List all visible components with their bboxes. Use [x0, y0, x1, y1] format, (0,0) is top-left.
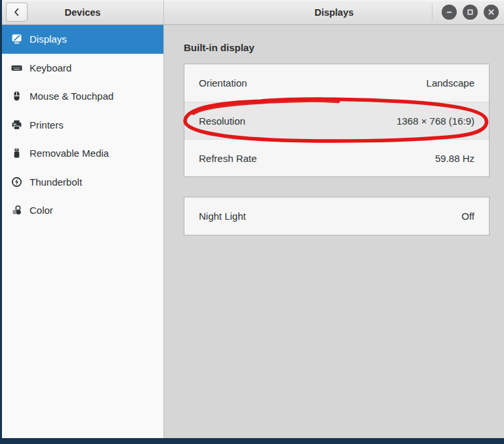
headerbar-main-section: Displays — [164, 0, 504, 24]
night-light-card: Night Light Off — [184, 197, 490, 235]
night-light-row[interactable]: Night Light Off — [184, 197, 489, 235]
sidebar-item-label: Displays — [30, 33, 67, 45]
window-controls-separator — [432, 4, 432, 21]
settings-window: Devices Displays — [2, 0, 504, 438]
printer-icon — [11, 119, 22, 131]
orientation-value: Landscape — [427, 77, 474, 89]
headerbar-sidebar-section: Devices — [2, 0, 164, 24]
night-light-value: Off — [461, 211, 474, 222]
back-button[interactable] — [6, 3, 28, 22]
sidebar-item-displays[interactable]: Displays — [2, 25, 163, 54]
sidebar-item-removable-media[interactable]: Removable Media — [2, 139, 163, 168]
sidebar-item-keyboard[interactable]: Keyboard — [2, 54, 163, 83]
section-title: Built-in display — [184, 42, 490, 53]
refresh-rate-label: Refresh Rate — [199, 153, 257, 164]
sidebar-item-label: Removable Media — [30, 148, 109, 159]
back-chevron-icon — [11, 7, 22, 18]
displays-panel: Built-in display Orientation Landscape R… — [164, 25, 504, 438]
sidebar-item-thunderbolt[interactable]: Thunderbolt — [2, 168, 163, 197]
orientation-label: Orientation — [199, 77, 247, 89]
maximize-icon — [465, 7, 475, 17]
resolution-row[interactable]: Resolution 1368 × 768 (16:9) — [184, 102, 489, 139]
usb-drive-icon — [11, 148, 22, 159]
refresh-rate-value: 59.88 Hz — [435, 153, 474, 164]
close-icon — [486, 7, 496, 17]
close-button[interactable] — [484, 5, 499, 20]
sidebar-item-label: Color — [30, 205, 53, 216]
color-icon — [11, 205, 22, 216]
orientation-row[interactable]: Orientation Landscape — [184, 64, 489, 102]
refresh-rate-row[interactable]: Refresh Rate 59.88 Hz — [184, 139, 489, 176]
window-controls — [432, 0, 503, 24]
night-light-label: Night Light — [199, 211, 246, 222]
keyboard-icon — [11, 62, 22, 73]
sidebar-item-label: Keyboard — [30, 62, 72, 73]
sidebar: Displays Keyboard Mouse & Touchpad Print… — [2, 25, 164, 438]
display-icon — [11, 33, 22, 45]
sidebar-item-printers[interactable]: Printers — [2, 111, 163, 140]
resolution-label: Resolution — [199, 115, 245, 127]
sidebar-item-color[interactable]: Color — [2, 196, 163, 225]
minimize-icon — [444, 7, 454, 17]
headerbar: Devices Displays — [2, 0, 504, 25]
resolution-value: 1368 × 768 (16:9) — [396, 115, 474, 127]
sidebar-item-label: Thunderbolt — [30, 176, 82, 188]
minimize-button[interactable] — [442, 5, 457, 20]
sidebar-item-mouse-touchpad[interactable]: Mouse & Touchpad — [2, 82, 163, 111]
maximize-button[interactable] — [463, 5, 478, 20]
mouse-icon — [11, 91, 22, 102]
display-settings-card: Orientation Landscape Resolution 1368 × … — [184, 64, 490, 177]
sidebar-item-label: Mouse & Touchpad — [30, 91, 114, 102]
thunderbolt-icon — [11, 176, 22, 188]
sidebar-item-label: Printers — [30, 119, 64, 131]
